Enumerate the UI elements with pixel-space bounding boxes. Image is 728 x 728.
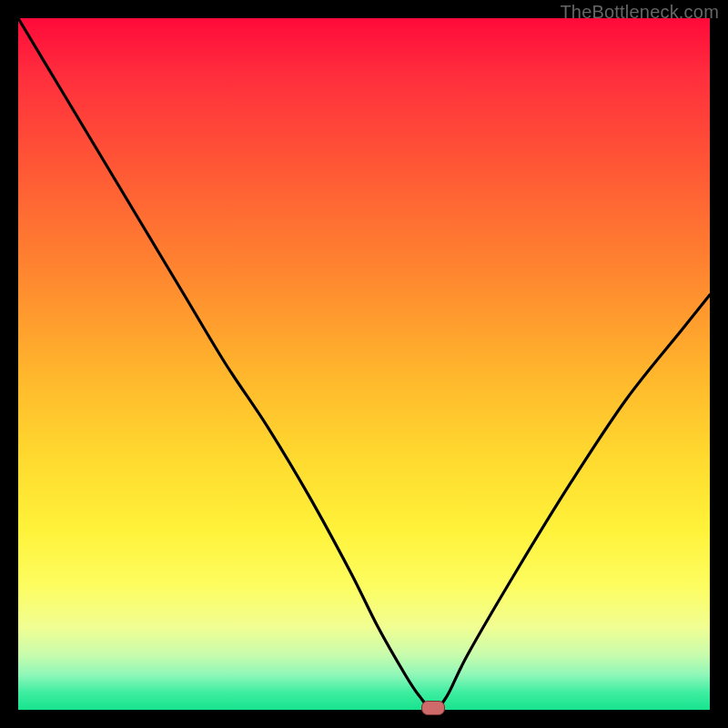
optimum-marker: [421, 701, 445, 715]
bottleneck-curve: [18, 18, 710, 710]
watermark-text: TheBottleneck.com: [560, 2, 719, 23]
chart-frame: TheBottleneck.com: [0, 0, 728, 728]
plot-area: [18, 18, 710, 710]
curve-path: [18, 18, 710, 710]
